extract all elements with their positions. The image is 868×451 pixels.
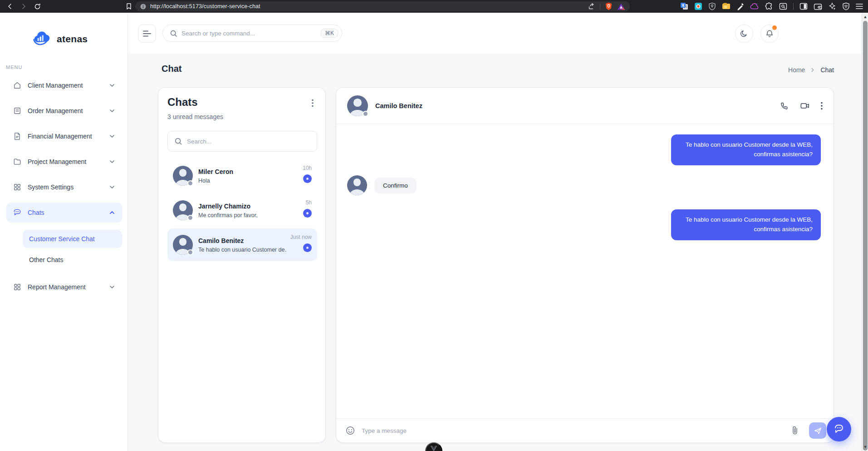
chevron-down-icon xyxy=(108,283,116,291)
page-title: Chat xyxy=(162,64,181,74)
vpn-shield-icon[interactable] xyxy=(842,2,850,10)
url-text: http://localhost:5173/customer-service-c… xyxy=(150,3,260,10)
global-search-input[interactable] xyxy=(181,30,317,37)
back-icon xyxy=(6,3,14,10)
chevron-down-icon xyxy=(108,82,116,89)
moon-icon xyxy=(740,30,748,38)
sidebar-item-label: Order Management xyxy=(28,107,83,114)
smiley-icon xyxy=(345,426,355,436)
forward-icon xyxy=(20,3,27,10)
sidebar-item-system-settings[interactable]: System Settings xyxy=(6,177,122,197)
message-input[interactable] xyxy=(362,427,785,434)
chats-menu-button[interactable] xyxy=(306,97,319,109)
extensions-row xyxy=(680,0,863,13)
message-preview: Me confirmas por favor, xyxy=(198,212,258,218)
google-translate-icon[interactable] xyxy=(680,2,688,10)
message-input-bar xyxy=(336,418,834,442)
password-shield-icon[interactable] xyxy=(708,2,716,10)
chat-list-item[interactable]: Miler Ceron Hola 10h xyxy=(167,159,317,192)
chat-list-item-selected[interactable]: Camilo Benitez Te hablo con usuario Cust… xyxy=(167,228,317,261)
sidebar-item-client-management[interactable]: Client Management xyxy=(6,75,122,95)
menu-toggle-button[interactable] xyxy=(138,25,156,43)
voice-call-button[interactable] xyxy=(780,101,789,110)
bookmark-icon xyxy=(126,3,132,10)
chat-list-item[interactable]: Jarnelly Chamizo Me confirmas por favor,… xyxy=(167,194,317,227)
scrollbar-thumb[interactable] xyxy=(863,21,868,451)
brand-name: atenas xyxy=(57,34,88,45)
video-call-button[interactable] xyxy=(800,101,810,110)
page-scrollbar[interactable]: ▲ ▼ xyxy=(862,13,868,451)
theme-toggle-button[interactable] xyxy=(735,25,753,43)
notifications-button[interactable] xyxy=(760,25,779,43)
message-bubble-outgoing: Te hablo con usuario Customer desde la W… xyxy=(671,209,821,240)
message-time: 10h xyxy=(303,165,312,171)
chevron-down-icon xyxy=(108,183,116,191)
magic-cloud-icon[interactable] xyxy=(750,3,759,10)
notification-dot xyxy=(772,25,777,30)
search-icon xyxy=(170,30,177,37)
breadcrumb-home-link[interactable]: Home xyxy=(788,66,805,74)
chats-panel-title: Chats xyxy=(167,96,198,109)
invoice-icon xyxy=(13,132,22,141)
contact-avatar xyxy=(173,235,193,255)
scroll-up-button[interactable]: ▲ xyxy=(862,14,868,20)
conversation-more-button[interactable] xyxy=(821,102,823,110)
color-pen-icon[interactable] xyxy=(736,3,744,10)
browser-chrome: http://localhost:5173/customer-service-c… xyxy=(0,0,868,13)
contact-name: Jarnelly Chamizo xyxy=(198,203,258,210)
sidebar-item-chats[interactable]: Chats xyxy=(6,203,122,223)
paperclip-icon xyxy=(791,426,799,436)
site-info-icon[interactable] xyxy=(140,3,147,10)
sidebar-toggle-icon[interactable] xyxy=(799,2,808,10)
brave-shield-icon[interactable] xyxy=(605,2,613,10)
status-dot xyxy=(187,215,193,221)
chevron-down-icon xyxy=(108,133,116,140)
atenas-logo-icon xyxy=(32,31,53,47)
main-menu: Client Management Order Management Finan… xyxy=(0,75,128,297)
sidebar-item-order-management[interactable]: Order Management xyxy=(6,101,122,121)
reload-button[interactable] xyxy=(31,0,44,13)
notes-folder-icon[interactable] xyxy=(722,3,731,10)
sidebar-item-project-management[interactable]: Project Management xyxy=(6,152,122,172)
sidebar-item-customer-service-chat[interactable]: Customer Service Chat xyxy=(23,230,122,248)
send-button[interactable] xyxy=(809,422,826,439)
scroll-down-button[interactable]: ▼ xyxy=(862,444,868,450)
reload-icon xyxy=(34,3,41,10)
dots-vertical-icon xyxy=(312,99,314,107)
status-dot xyxy=(363,111,368,117)
brave-rewards-icon[interactable] xyxy=(617,3,625,10)
global-search[interactable]: ⌘K xyxy=(162,25,342,42)
sidebar-item-financial-management[interactable]: Financial Management xyxy=(6,126,122,146)
chat-widget-button[interactable] xyxy=(827,417,851,441)
leo-ai-icon[interactable] xyxy=(828,2,836,10)
chat-search-input[interactable] xyxy=(187,138,310,145)
browser-menu-icon[interactable] xyxy=(856,3,863,10)
share-icon[interactable] xyxy=(588,3,595,10)
sidebar-item-label: Chats xyxy=(28,209,44,216)
recorder-icon[interactable] xyxy=(694,2,702,10)
address-bar[interactable]: http://localhost:5173/customer-service-c… xyxy=(135,1,630,11)
attach-button[interactable] xyxy=(791,426,799,436)
sidebar-item-other-chats[interactable]: Other Chats xyxy=(23,251,122,269)
screen: http://localhost:5173/customer-service-c… xyxy=(0,0,868,451)
order-list-icon xyxy=(13,106,22,115)
extensions-puzzle-icon[interactable] xyxy=(765,2,773,10)
divider xyxy=(600,4,600,10)
contact-name: Miler Ceron xyxy=(198,168,233,175)
chat-search[interactable] xyxy=(167,131,317,152)
emoji-button[interactable] xyxy=(345,426,355,436)
search-window-icon[interactable] xyxy=(779,2,787,10)
chat-bubble-dots-icon xyxy=(833,423,845,435)
message-row-incoming: Confirmo xyxy=(347,175,417,195)
wallet-icon[interactable] xyxy=(814,3,822,10)
sidebar-item-label: System Settings xyxy=(28,183,74,191)
forward-button[interactable] xyxy=(17,0,30,13)
message-bubble-incoming: Confirmo xyxy=(374,178,417,193)
back-button[interactable] xyxy=(4,0,16,13)
chat-bubble-icon xyxy=(13,208,22,217)
bookmarks-button[interactable] xyxy=(123,0,135,13)
sidebar-item-report-management[interactable]: Report Management xyxy=(6,277,122,297)
dots-vertical-icon xyxy=(821,102,823,110)
phone-icon xyxy=(780,101,789,110)
conversation-panel: Camilo Benitez Te hablo con usuario Cust… xyxy=(336,87,834,443)
